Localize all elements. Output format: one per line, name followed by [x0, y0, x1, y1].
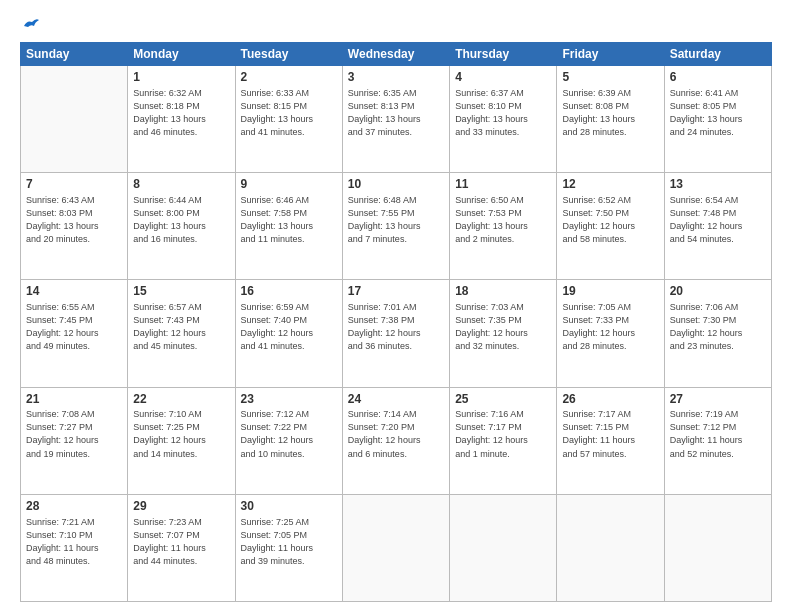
day-number: 25: [455, 391, 551, 408]
day-number: 7: [26, 176, 122, 193]
calendar-cell: 17Sunrise: 7:01 AM Sunset: 7:38 PM Dayli…: [342, 280, 449, 387]
day-info: Sunrise: 6:32 AM Sunset: 8:18 PM Dayligh…: [133, 87, 229, 139]
day-number: 14: [26, 283, 122, 300]
day-number: 9: [241, 176, 337, 193]
day-number: 2: [241, 69, 337, 86]
day-info: Sunrise: 6:37 AM Sunset: 8:10 PM Dayligh…: [455, 87, 551, 139]
day-number: 22: [133, 391, 229, 408]
day-number: 16: [241, 283, 337, 300]
calendar-cell: 14Sunrise: 6:55 AM Sunset: 7:45 PM Dayli…: [21, 280, 128, 387]
calendar-cell: 20Sunrise: 7:06 AM Sunset: 7:30 PM Dayli…: [664, 280, 771, 387]
day-number: 4: [455, 69, 551, 86]
calendar-week-3: 14Sunrise: 6:55 AM Sunset: 7:45 PM Dayli…: [21, 280, 772, 387]
calendar-cell: 28Sunrise: 7:21 AM Sunset: 7:10 PM Dayli…: [21, 494, 128, 601]
calendar-week-2: 7Sunrise: 6:43 AM Sunset: 8:03 PM Daylig…: [21, 173, 772, 280]
day-info: Sunrise: 6:39 AM Sunset: 8:08 PM Dayligh…: [562, 87, 658, 139]
day-number: 28: [26, 498, 122, 515]
calendar-cell: 5Sunrise: 6:39 AM Sunset: 8:08 PM Daylig…: [557, 66, 664, 173]
day-info: Sunrise: 6:48 AM Sunset: 7:55 PM Dayligh…: [348, 194, 444, 246]
calendar-cell: 16Sunrise: 6:59 AM Sunset: 7:40 PM Dayli…: [235, 280, 342, 387]
calendar-cell: 18Sunrise: 7:03 AM Sunset: 7:35 PM Dayli…: [450, 280, 557, 387]
col-header-thursday: Thursday: [450, 43, 557, 66]
day-number: 20: [670, 283, 766, 300]
day-info: Sunrise: 6:59 AM Sunset: 7:40 PM Dayligh…: [241, 301, 337, 353]
day-number: 18: [455, 283, 551, 300]
calendar-cell: 8Sunrise: 6:44 AM Sunset: 8:00 PM Daylig…: [128, 173, 235, 280]
day-number: 15: [133, 283, 229, 300]
calendar-cell: 27Sunrise: 7:19 AM Sunset: 7:12 PM Dayli…: [664, 387, 771, 494]
calendar-week-1: 1Sunrise: 6:32 AM Sunset: 8:18 PM Daylig…: [21, 66, 772, 173]
calendar-cell: 12Sunrise: 6:52 AM Sunset: 7:50 PM Dayli…: [557, 173, 664, 280]
day-info: Sunrise: 7:05 AM Sunset: 7:33 PM Dayligh…: [562, 301, 658, 353]
day-number: 12: [562, 176, 658, 193]
day-info: Sunrise: 7:14 AM Sunset: 7:20 PM Dayligh…: [348, 408, 444, 460]
calendar-week-5: 28Sunrise: 7:21 AM Sunset: 7:10 PM Dayli…: [21, 494, 772, 601]
col-header-wednesday: Wednesday: [342, 43, 449, 66]
day-number: 26: [562, 391, 658, 408]
day-number: 17: [348, 283, 444, 300]
calendar-cell: 10Sunrise: 6:48 AM Sunset: 7:55 PM Dayli…: [342, 173, 449, 280]
day-number: 24: [348, 391, 444, 408]
calendar-cell: 11Sunrise: 6:50 AM Sunset: 7:53 PM Dayli…: [450, 173, 557, 280]
day-info: Sunrise: 7:08 AM Sunset: 7:27 PM Dayligh…: [26, 408, 122, 460]
calendar-cell: 25Sunrise: 7:16 AM Sunset: 7:17 PM Dayli…: [450, 387, 557, 494]
day-info: Sunrise: 7:21 AM Sunset: 7:10 PM Dayligh…: [26, 516, 122, 568]
calendar-cell: 13Sunrise: 6:54 AM Sunset: 7:48 PM Dayli…: [664, 173, 771, 280]
day-info: Sunrise: 7:01 AM Sunset: 7:38 PM Dayligh…: [348, 301, 444, 353]
calendar-cell: 26Sunrise: 7:17 AM Sunset: 7:15 PM Dayli…: [557, 387, 664, 494]
calendar-cell: 1Sunrise: 6:32 AM Sunset: 8:18 PM Daylig…: [128, 66, 235, 173]
day-number: 6: [670, 69, 766, 86]
day-number: 19: [562, 283, 658, 300]
calendar-header-row: SundayMondayTuesdayWednesdayThursdayFrid…: [21, 43, 772, 66]
day-number: 21: [26, 391, 122, 408]
page: SundayMondayTuesdayWednesdayThursdayFrid…: [0, 0, 792, 612]
day-info: Sunrise: 7:16 AM Sunset: 7:17 PM Dayligh…: [455, 408, 551, 460]
calendar-week-4: 21Sunrise: 7:08 AM Sunset: 7:27 PM Dayli…: [21, 387, 772, 494]
day-number: 23: [241, 391, 337, 408]
calendar-cell: 7Sunrise: 6:43 AM Sunset: 8:03 PM Daylig…: [21, 173, 128, 280]
day-number: 8: [133, 176, 229, 193]
calendar-cell: 21Sunrise: 7:08 AM Sunset: 7:27 PM Dayli…: [21, 387, 128, 494]
col-header-sunday: Sunday: [21, 43, 128, 66]
day-number: 3: [348, 69, 444, 86]
calendar-cell: 3Sunrise: 6:35 AM Sunset: 8:13 PM Daylig…: [342, 66, 449, 173]
day-number: 11: [455, 176, 551, 193]
calendar-cell: 4Sunrise: 6:37 AM Sunset: 8:10 PM Daylig…: [450, 66, 557, 173]
calendar-cell: [342, 494, 449, 601]
calendar-cell: 6Sunrise: 6:41 AM Sunset: 8:05 PM Daylig…: [664, 66, 771, 173]
calendar-cell: [450, 494, 557, 601]
calendar-cell: 22Sunrise: 7:10 AM Sunset: 7:25 PM Dayli…: [128, 387, 235, 494]
day-info: Sunrise: 6:46 AM Sunset: 7:58 PM Dayligh…: [241, 194, 337, 246]
calendar-cell: 15Sunrise: 6:57 AM Sunset: 7:43 PM Dayli…: [128, 280, 235, 387]
day-info: Sunrise: 7:19 AM Sunset: 7:12 PM Dayligh…: [670, 408, 766, 460]
calendar-table: SundayMondayTuesdayWednesdayThursdayFrid…: [20, 42, 772, 602]
day-info: Sunrise: 6:54 AM Sunset: 7:48 PM Dayligh…: [670, 194, 766, 246]
day-info: Sunrise: 6:55 AM Sunset: 7:45 PM Dayligh…: [26, 301, 122, 353]
calendar-cell: [664, 494, 771, 601]
col-header-friday: Friday: [557, 43, 664, 66]
col-header-tuesday: Tuesday: [235, 43, 342, 66]
calendar-cell: 24Sunrise: 7:14 AM Sunset: 7:20 PM Dayli…: [342, 387, 449, 494]
day-info: Sunrise: 7:23 AM Sunset: 7:07 PM Dayligh…: [133, 516, 229, 568]
calendar-cell: 2Sunrise: 6:33 AM Sunset: 8:15 PM Daylig…: [235, 66, 342, 173]
calendar-cell: 30Sunrise: 7:25 AM Sunset: 7:05 PM Dayli…: [235, 494, 342, 601]
day-info: Sunrise: 6:57 AM Sunset: 7:43 PM Dayligh…: [133, 301, 229, 353]
day-info: Sunrise: 7:10 AM Sunset: 7:25 PM Dayligh…: [133, 408, 229, 460]
logo-bird-icon: [22, 16, 40, 32]
day-info: Sunrise: 7:25 AM Sunset: 7:05 PM Dayligh…: [241, 516, 337, 568]
day-number: 5: [562, 69, 658, 86]
day-info: Sunrise: 7:03 AM Sunset: 7:35 PM Dayligh…: [455, 301, 551, 353]
calendar-cell: 29Sunrise: 7:23 AM Sunset: 7:07 PM Dayli…: [128, 494, 235, 601]
day-info: Sunrise: 6:33 AM Sunset: 8:15 PM Dayligh…: [241, 87, 337, 139]
col-header-saturday: Saturday: [664, 43, 771, 66]
day-number: 29: [133, 498, 229, 515]
calendar-cell: 9Sunrise: 6:46 AM Sunset: 7:58 PM Daylig…: [235, 173, 342, 280]
day-info: Sunrise: 6:41 AM Sunset: 8:05 PM Dayligh…: [670, 87, 766, 139]
day-number: 30: [241, 498, 337, 515]
day-number: 1: [133, 69, 229, 86]
col-header-monday: Monday: [128, 43, 235, 66]
day-info: Sunrise: 6:44 AM Sunset: 8:00 PM Dayligh…: [133, 194, 229, 246]
day-info: Sunrise: 6:52 AM Sunset: 7:50 PM Dayligh…: [562, 194, 658, 246]
day-info: Sunrise: 6:50 AM Sunset: 7:53 PM Dayligh…: [455, 194, 551, 246]
calendar-cell: 19Sunrise: 7:05 AM Sunset: 7:33 PM Dayli…: [557, 280, 664, 387]
